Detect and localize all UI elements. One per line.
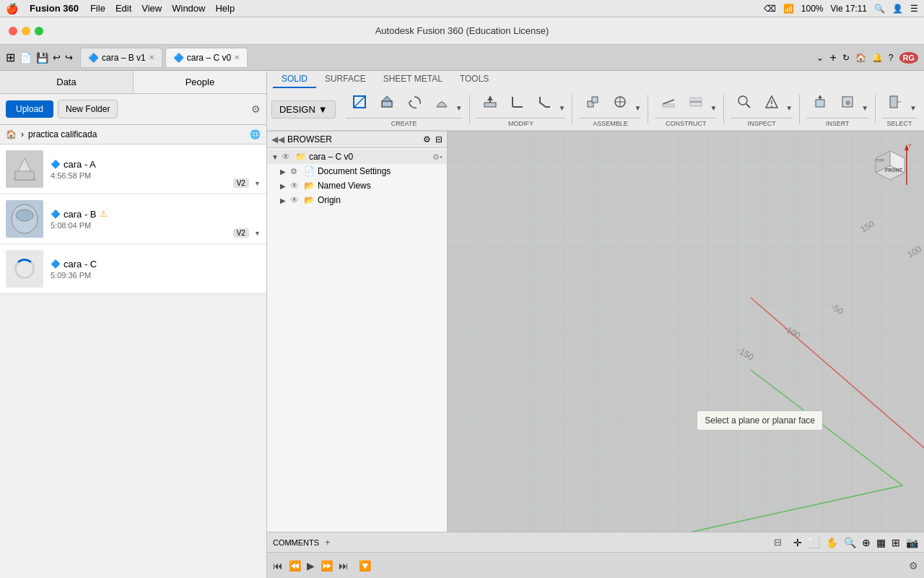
construct-btn2[interactable] <box>682 91 710 116</box>
edit-menu[interactable]: Edit <box>116 3 131 14</box>
upload-button[interactable]: Upload <box>6 100 53 118</box>
apple-menu[interactable]: 🍎 <box>6 3 18 14</box>
chamfer-button[interactable] <box>531 91 559 116</box>
tree-root[interactable]: ▼ 👁 📁 cara – C v0 ⚙ • <box>267 150 447 164</box>
tab-close-c-icon[interactable]: ✕ <box>234 53 240 61</box>
globe-icon[interactable]: 🌐 <box>250 129 261 139</box>
insert-btn2[interactable]: ⊕ <box>834 91 861 116</box>
root-expand-icon[interactable]: ▼ <box>271 153 282 161</box>
browser-collapse-left[interactable]: ◀◀ <box>271 134 284 144</box>
construct-btn1[interactable] <box>655 91 682 116</box>
browser-collapse-right[interactable]: ⊟ <box>435 134 443 144</box>
display-settings-icon[interactable]: ▦ <box>876 537 886 548</box>
grid-icon[interactable]: ⊞ <box>6 51 15 64</box>
menu-extra-icon[interactable]: ☰ <box>910 4 918 14</box>
view-menu[interactable]: View <box>141 3 162 14</box>
press-pull-button[interactable] <box>476 91 504 116</box>
maximize-button[interactable] <box>35 27 43 35</box>
tab-close-icon[interactable]: ✕ <box>149 53 154 61</box>
modify-dropdown-arrow[interactable]: ▼ <box>559 104 566 116</box>
file-version-cara-b[interactable]: V2 <box>233 228 249 238</box>
new-tab-icon[interactable]: + <box>829 51 836 64</box>
data-tab[interactable]: Data <box>0 71 134 93</box>
redo-icon[interactable]: ↪ <box>65 52 73 63</box>
named-views-expand-icon[interactable]: ▶ <box>280 182 290 190</box>
file-item-cara-a[interactable]: 🔷 cara - A 4:56:58 PM V2 ▼ <box>0 144 266 194</box>
doc-settings-gear-icon[interactable]: ⚙ <box>290 167 302 176</box>
search-icon[interactable]: 🔍 <box>874 4 885 14</box>
timeline-settings-icon[interactable]: ⚙ <box>909 560 918 571</box>
view-cube[interactable]: FRONT TOP Y <box>865 140 915 191</box>
inspect-btn2[interactable] <box>758 91 785 116</box>
save-icon[interactable]: 💾 <box>36 52 48 64</box>
home-breadcrumb-icon[interactable]: 🏠 <box>6 129 17 139</box>
minimize-button[interactable] <box>22 27 30 35</box>
viewport[interactable]: 150 100 50 -50 -100 -150 <box>448 131 924 532</box>
eye-icon[interactable]: 👁 <box>282 152 293 162</box>
tab-dropdown-icon[interactable]: ⌄ <box>816 53 824 63</box>
grid-icon[interactable]: ⊞ <box>892 537 900 548</box>
notification-icon[interactable]: 🔔 <box>872 53 883 63</box>
select-dropdown-arrow[interactable]: ▼ <box>910 104 917 116</box>
view-cube-icon2[interactable]: ⬜ <box>808 537 820 548</box>
select-btn1[interactable] <box>882 91 910 116</box>
version-chevron-a[interactable]: ▼ <box>254 180 261 187</box>
tab-tools[interactable]: TOOLS <box>451 71 497 88</box>
file-item-cara-b[interactable]: 🔷 cara - B ⚠ 5:08:04 PM V2 ▼ <box>0 194 266 244</box>
construct-dropdown-arrow[interactable]: ▼ <box>710 104 717 116</box>
assemble-btn1[interactable] <box>579 91 606 116</box>
root-settings-dot[interactable]: • <box>440 152 443 161</box>
new-folder-button[interactable]: New Folder <box>58 100 118 118</box>
timeline-start-icon[interactable]: ⏮ <box>273 560 283 571</box>
help-icon[interactable]: ? <box>889 53 894 63</box>
timeline-play-icon[interactable]: ▶ <box>307 560 315 571</box>
assemble-btn2[interactable] <box>606 91 634 116</box>
doc-expand-icon[interactable]: ▶ <box>280 168 290 176</box>
help-menu[interactable]: Help <box>215 3 235 14</box>
pan-icon[interactable]: ✋ <box>826 537 838 548</box>
file-icon[interactable]: 📄 <box>19 52 32 64</box>
insert-dropdown-arrow[interactable]: ▼ <box>861 104 868 116</box>
close-button[interactable] <box>9 27 17 35</box>
loft-button[interactable] <box>428 91 456 116</box>
orbit-icon[interactable]: ✛ <box>793 537 802 548</box>
refresh-tab-icon[interactable]: ↻ <box>842 53 850 63</box>
settings-icon[interactable]: ⚙ <box>251 103 261 115</box>
file-menu[interactable]: File <box>90 3 105 14</box>
zoom-icon[interactable]: 🔍 <box>844 537 856 548</box>
tab-solid[interactable]: SOLID <box>273 71 316 88</box>
undo-icon[interactable]: ↩ <box>53 52 61 63</box>
insert-btn1[interactable] <box>806 91 834 116</box>
inspect-dropdown-arrow[interactable]: ▼ <box>785 104 793 116</box>
tab-sheet-metal[interactable]: SHEET METAL <box>375 71 451 88</box>
file-item-cara-c[interactable]: 🔷 cara - C 5:09:36 PM <box>0 244 266 294</box>
user-avatar[interactable]: 👤 <box>892 4 903 14</box>
tab-surface[interactable]: SURFACE <box>316 71 375 88</box>
window-menu[interactable]: Window <box>172 3 205 14</box>
tab-cara-c[interactable]: 🔷 cara – C v0 ✕ <box>165 48 248 68</box>
add-comment-icon[interactable]: + <box>322 535 334 549</box>
assemble-dropdown-arrow[interactable]: ▼ <box>634 104 641 116</box>
tab-cara-b[interactable]: 🔷 cara – B v1 ✕ <box>80 48 162 68</box>
version-chevron-b[interactable]: ▼ <box>254 230 261 237</box>
bottom-settings-icon[interactable]: ⊟ <box>771 535 785 549</box>
home-icon[interactable]: 🏠 <box>855 53 866 63</box>
camera-icon[interactable]: 📷 <box>906 537 918 548</box>
user-circle[interactable]: RG <box>899 52 919 64</box>
origin-expand-icon[interactable]: ▶ <box>280 197 290 204</box>
root-settings-icon[interactable]: ⚙ <box>432 152 440 162</box>
fillet-button[interactable] <box>504 91 531 116</box>
revolve-button[interactable] <box>401 91 428 116</box>
people-tab[interactable]: People <box>134 71 266 93</box>
timeline-next-icon[interactable]: ⏩ <box>321 560 333 571</box>
timeline-end-icon[interactable]: ⏭ <box>339 560 349 571</box>
file-version-cara-a[interactable]: V2 <box>233 178 249 188</box>
tree-origin[interactable]: ▶ 👁 📂 Origin <box>267 193 447 207</box>
tree-named-views[interactable]: ▶ 👁 📂 Named Views <box>267 178 447 193</box>
design-dropdown[interactable]: DESIGN ▼ <box>271 100 336 118</box>
create-dropdown-arrow[interactable]: ▼ <box>456 104 463 116</box>
timeline-prev-icon[interactable]: ⏪ <box>289 560 301 571</box>
timeline-filter-icon[interactable]: 🔽 <box>359 560 371 571</box>
create-sketch-button[interactable] <box>346 91 373 116</box>
inspect-btn1[interactable] <box>731 91 758 116</box>
